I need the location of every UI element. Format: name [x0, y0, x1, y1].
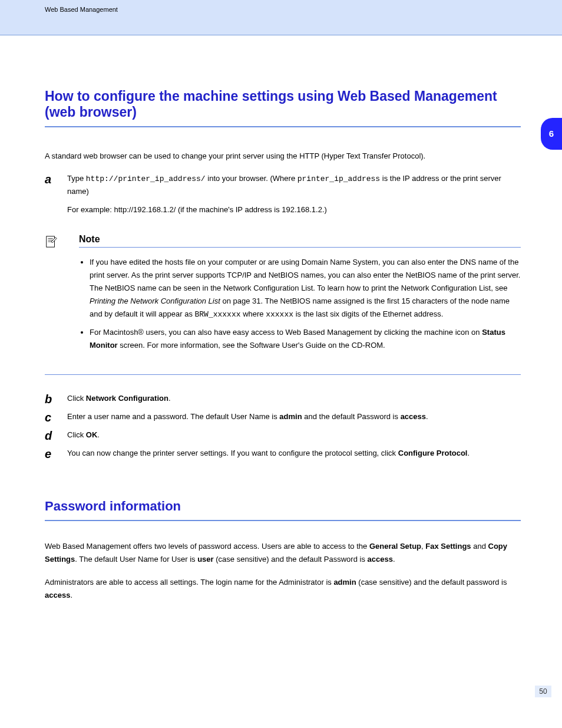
bold-text: OK: [86, 430, 98, 439]
step-2: b Click Network Configuration.: [45, 393, 521, 406]
placeholder-code: printer_ip_address: [297, 174, 380, 183]
text: Click: [67, 394, 84, 403]
breadcrumb: Web Based Management: [45, 6, 118, 13]
step-body: Click OK.: [67, 429, 521, 443]
step-number: d: [45, 429, 67, 443]
text: Click: [67, 430, 84, 439]
text: (case sensitive) and the default passwor…: [358, 578, 507, 587]
note-icon-column: [45, 234, 79, 357]
text: .: [97, 430, 100, 439]
bold-text: admin: [333, 578, 356, 587]
note-title: Note: [79, 234, 521, 247]
step-number: a: [45, 173, 67, 216]
text: For Macintosh® users, you can also have …: [90, 328, 480, 337]
note-body: Note If you have edited the hosts file o…: [79, 234, 521, 357]
step-body: Enter a user name and a password. The de…: [67, 411, 521, 424]
text: Enter a user name and a password. The de…: [67, 412, 277, 421]
step-3: c Enter a user name and a password. The …: [45, 411, 521, 424]
url-code: http://printer_ip_address/: [86, 174, 206, 183]
step-5: e You can now change the printer server …: [45, 447, 521, 461]
heading-rule: [45, 126, 521, 127]
text: and the default Password is: [304, 412, 398, 421]
text: .: [168, 394, 171, 403]
example-line: For example: http://192.168.1.2/ (if the…: [67, 204, 521, 216]
bold-text: access: [401, 412, 426, 421]
bold-text: Network Configuration: [86, 394, 168, 403]
text: .: [426, 412, 428, 421]
password-paragraph-1: Web Based Management offers two levels o…: [45, 540, 521, 565]
text: screen. For more information, see the So…: [120, 341, 385, 350]
bold-text: Configure Protocol: [398, 449, 468, 457]
text: is the last six digits of the Ethernet a…: [296, 309, 444, 318]
note-icon: [45, 235, 58, 248]
bold-text: access: [45, 591, 70, 599]
text: and: [473, 542, 486, 551]
text: You can now change the printer server se…: [67, 449, 396, 457]
page-number: 50: [535, 686, 551, 697]
step-number: c: [45, 411, 67, 424]
text: into your browser. (Where: [207, 174, 295, 183]
code: xxxxxx: [266, 310, 293, 319]
text: Web Based Management offers two levels o…: [45, 542, 367, 551]
text: Type: [67, 174, 84, 183]
text: .: [467, 449, 470, 457]
bold-text: General Setup: [369, 542, 421, 551]
link-text[interactable]: Printing the Network Configuration List: [90, 297, 220, 305]
text: Administrators are able to access all se…: [45, 578, 332, 587]
code: BRW_xxxxxx: [195, 310, 241, 319]
note-item-2: For Macintosh® users, you can also have …: [90, 326, 521, 352]
bold-text: admin: [279, 412, 302, 421]
note-rule-bottom: [45, 374, 521, 375]
chapter-tab: 6: [541, 118, 562, 150]
section-heading-password: Password information: [45, 499, 521, 514]
text: (case sensitive) and the default Passwor…: [216, 555, 365, 564]
bold-text: user: [197, 555, 213, 564]
text: . The default User Name for User is: [75, 555, 195, 564]
note-rule-top: [79, 247, 521, 248]
heading-rule: [45, 520, 521, 521]
step-4: d Click OK.: [45, 429, 521, 443]
text: where: [243, 309, 263, 318]
text: .: [70, 591, 72, 599]
note-list: If you have edited the hosts file on you…: [90, 256, 521, 353]
bold-text: Fax Settings: [425, 542, 471, 551]
step-body: Click Network Configuration.: [67, 393, 521, 406]
steps-after-note: b Click Network Configuration. c Enter a…: [45, 393, 521, 461]
bold-text: access: [368, 555, 393, 564]
step-body: You can now change the printer server se…: [67, 447, 521, 461]
page-header: Web Based Management: [0, 0, 562, 35]
text: ,: [421, 542, 424, 551]
page-content: How to configure the machine settings us…: [0, 35, 562, 601]
section-heading-configure: How to configure the machine settings us…: [45, 88, 521, 120]
text: .: [393, 555, 395, 564]
note-item-1: If you have edited the hosts file on you…: [90, 256, 521, 321]
step-number: e: [45, 447, 67, 461]
step-number: b: [45, 393, 67, 406]
note-block: Note If you have edited the hosts file o…: [45, 234, 521, 357]
text: If you have edited the hosts file on you…: [90, 258, 521, 292]
password-paragraph-2: Administrators are able to access all se…: [45, 576, 521, 601]
step-body: Type http://printer_ip_address/ into you…: [67, 173, 521, 216]
step-1: a Type http://printer_ip_address/ into y…: [45, 173, 521, 216]
intro-paragraph: A standard web browser can be used to ch…: [45, 150, 521, 162]
